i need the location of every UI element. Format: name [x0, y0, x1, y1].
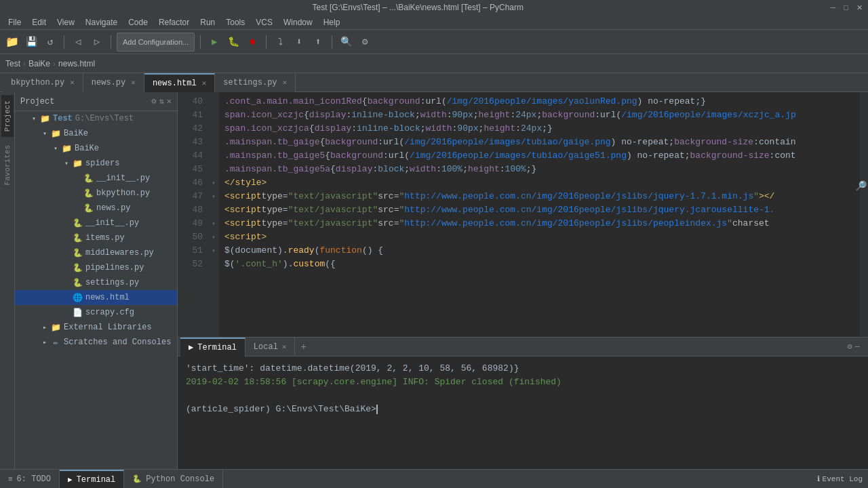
vtab-project[interactable]: Project	[1, 95, 14, 137]
minimap-icon[interactable]: 🔎	[855, 180, 867, 192]
search-icon[interactable]: 🔍	[338, 34, 354, 50]
terminal-output[interactable]: 'start_time': datetime.datetime(2019, 2,…	[178, 357, 868, 469]
tree-item-scrapy[interactable]: 📄 scrapy.cfg	[15, 305, 177, 320]
fold-50[interactable]: ▾	[208, 230, 219, 244]
step-over-icon[interactable]: ⤵	[272, 34, 288, 50]
debug-icon[interactable]: 🐛	[225, 34, 241, 50]
menu-file[interactable]: File	[3, 16, 26, 28]
toolbar-back-icon[interactable]: ◁	[70, 34, 86, 50]
terminal-tab-terminal[interactable]: ▶ Terminal	[180, 338, 245, 357]
terminal-gear-icon[interactable]: ⚙	[848, 342, 852, 352]
tree-label-scrapy: scrapy.cfg	[85, 308, 134, 317]
menu-refactor[interactable]: Refactor	[153, 16, 195, 28]
fold-46[interactable]: ▾	[208, 176, 219, 190]
menu-edit[interactable]: Edit	[26, 16, 52, 28]
sidebar-expand-icon[interactable]: ⇅	[159, 96, 164, 106]
breadcrumb-baike[interactable]: BaiKe	[28, 59, 50, 68]
event-log-btn[interactable]: ℹ Event Log	[817, 474, 863, 483]
tree-item-extlibs[interactable]: ▸ 📁 External Libraries	[15, 320, 177, 335]
settings-icon[interactable]: ⚙	[357, 34, 373, 50]
toolbar-forward-icon[interactable]: ▷	[89, 34, 105, 50]
tree-item-spiders[interactable]: ▾ 📁 spiders	[15, 156, 177, 171]
menu-vcs[interactable]: VCS	[250, 16, 278, 28]
toolbar-refresh-icon[interactable]: ↺	[42, 34, 58, 50]
toolbar-separator-3	[200, 35, 201, 49]
tab-news-py[interactable]: news.py ✕	[83, 73, 144, 92]
terminal-line-3	[186, 389, 860, 403]
code-line-52: $( '.cont_h' ). custom ({	[224, 258, 854, 271]
vtab-favorites[interactable]: Favorites	[1, 140, 14, 190]
close-btn[interactable]: ✕	[856, 3, 863, 12]
tree-item-init1[interactable]: 🐍 __init__.py	[15, 171, 177, 186]
tree-item-init2[interactable]: 🐍 __init__.py	[15, 216, 177, 230]
add-configuration-button[interactable]: Add Configuration...	[117, 33, 195, 52]
tree-item-pipelines[interactable]: 🐍 pipelines.py	[15, 260, 177, 275]
python-icon-init2: 🐍	[72, 218, 83, 228]
menu-code[interactable]: Code	[123, 16, 153, 28]
code-line-43: .main span.tb_gaige { background :url( /…	[224, 136, 854, 149]
status-right-area: ℹ Event Log	[817, 474, 868, 483]
tree-item-baike-root[interactable]: ▾ 📁 BaiKe	[15, 126, 177, 141]
tab-settings-py[interactable]: settings.py ✕	[215, 73, 296, 92]
sidebar-close-icon[interactable]: ✕	[167, 96, 172, 106]
terminal-minimize-icon[interactable]: ─	[855, 342, 860, 352]
terminal-add-tab[interactable]: +	[295, 342, 311, 352]
tab-news-html-close[interactable]: ✕	[202, 79, 207, 87]
tab-bkpython-label: bkpython.py	[11, 78, 64, 87]
minimize-btn[interactable]: ─	[831, 3, 836, 12]
tab-news-py-close[interactable]: ✕	[131, 78, 136, 87]
terminal-bottom-icon: ▶	[68, 475, 73, 484]
breadcrumb-test[interactable]: Test	[5, 59, 20, 68]
menu-window[interactable]: Window	[278, 16, 318, 28]
toolbar-save-icon[interactable]: 💾	[23, 34, 39, 50]
step-out-icon[interactable]: ⬆	[310, 34, 326, 50]
tree-label-items: items.py	[85, 233, 125, 243]
menu-navigate[interactable]: Navigate	[80, 16, 123, 28]
folder-icon-spiders: 📁	[72, 159, 83, 169]
tab-bkpython-close[interactable]: ✕	[70, 78, 75, 87]
fold-51[interactable]: ▾	[208, 244, 219, 258]
tab-news-html[interactable]: news.html ✕	[144, 73, 215, 92]
tab-settings-py-close[interactable]: ✕	[283, 78, 288, 87]
terminal-tab-local[interactable]: Local ✕	[245, 338, 296, 357]
maximize-btn[interactable]: □	[844, 3, 848, 12]
tab-news-html-label: news.html	[153, 79, 197, 88]
tree-label-init2: __init__.py	[85, 218, 139, 228]
menu-help[interactable]: Help	[318, 16, 346, 28]
tree-item-settings[interactable]: 🐍 settings.py	[15, 275, 177, 290]
tab-terminal[interactable]: ▶ Terminal	[60, 470, 124, 489]
tree-item-baike[interactable]: ▾ 📁 BaiKe	[15, 141, 177, 156]
menu-view[interactable]: View	[52, 16, 80, 28]
tree-item-middlewares[interactable]: 🐍 middlewares.py	[15, 245, 177, 260]
folder-icon-test: 📁	[39, 114, 50, 124]
tree-item-items[interactable]: 🐍 items.py	[15, 230, 177, 245]
run-icon[interactable]: ▶	[206, 34, 222, 50]
toolbar-project-icon[interactable]: 📁	[4, 34, 20, 50]
left-vertical-tabs: Project Favorites	[0, 92, 15, 469]
tree-item-newshtml[interactable]: 🌐 news.html	[15, 290, 177, 305]
local-tab-close[interactable]: ✕	[282, 342, 287, 351]
menu-tools[interactable]: Tools	[220, 16, 250, 28]
python-icon-pipelines: 🐍	[72, 263, 83, 273]
tab-todo[interactable]: ≡ 6: TODO	[0, 470, 60, 489]
menu-run[interactable]: Run	[195, 16, 220, 28]
main-layout: Project Favorites Project ⚙ ⇅ ✕ ▾ 📁 Test…	[0, 92, 868, 469]
breadcrumb-sep-1: ›	[23, 59, 26, 68]
arrow-extlibs: ▸	[39, 323, 50, 331]
fold-47[interactable]: ▾	[208, 190, 219, 203]
sidebar-gear-icon[interactable]: ⚙	[151, 96, 156, 106]
code-content[interactable]: .cont_a .main .main_icon1Red { backgroun…	[219, 92, 860, 337]
tree-item-newspy[interactable]: 🐍 news.py	[15, 201, 177, 216]
tree-item-test[interactable]: ▾ 📁 Test G:\Envs\Test	[15, 111, 177, 126]
tree-item-scratches[interactable]: ▸ ✏ Scratches and Consoles	[15, 335, 177, 350]
tree-label-newshtml: news.html	[85, 293, 130, 302]
code-scroll-area[interactable]: 40 41 42 43 44 45 46 47 48 49 50 51 52	[178, 92, 868, 337]
tree-item-bkpython[interactable]: 🐍 bkpython.py	[15, 186, 177, 201]
fold-49[interactable]: ▾	[208, 217, 219, 230]
stop-icon[interactable]: ■	[244, 34, 260, 50]
step-into-icon[interactable]: ⬇	[291, 34, 307, 50]
tab-bkpython[interactable]: bkpython.py ✕	[3, 73, 83, 92]
tab-python-console[interactable]: 🐍 Python Console	[124, 470, 223, 489]
tree-label-init1: __init__.py	[96, 174, 150, 183]
breadcrumb-news-html[interactable]: news.html	[58, 59, 95, 68]
